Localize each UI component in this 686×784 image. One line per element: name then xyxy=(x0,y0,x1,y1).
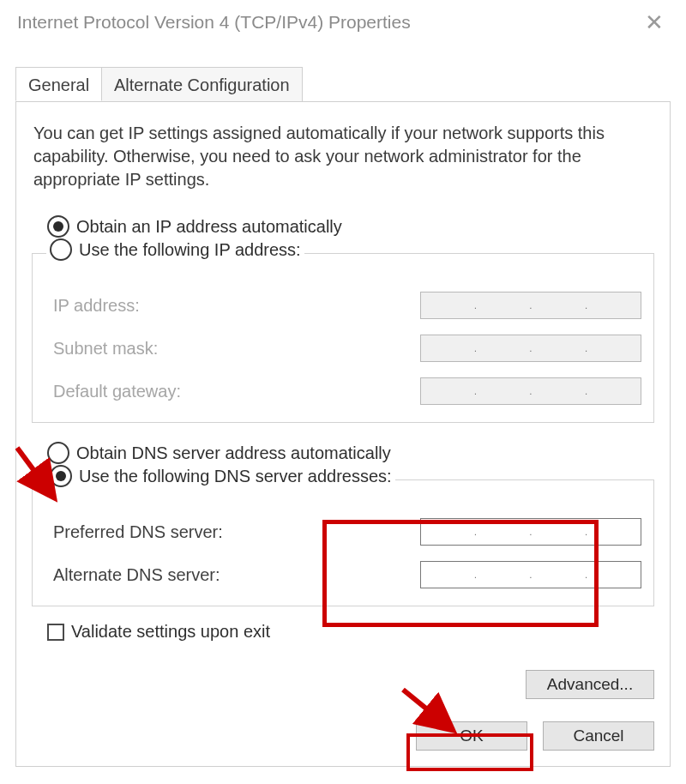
radio-obtain-dns-auto[interactable]: Obtain DNS server address automatically xyxy=(47,442,654,464)
tab-general[interactable]: General xyxy=(15,67,102,101)
field-label: Subnet mask: xyxy=(53,339,420,359)
radio-icon xyxy=(50,238,72,261)
ok-button[interactable]: OK xyxy=(416,721,527,751)
tab-strip: General Alternate Configuration xyxy=(15,67,671,102)
radio-label: Use the following DNS server addresses: xyxy=(79,467,392,486)
radio-use-following-ip[interactable]: Use the following IP address: xyxy=(46,238,304,261)
intro-text: You can get IP settings assigned automat… xyxy=(33,122,653,191)
field-label: Alternate DNS server: xyxy=(53,565,420,585)
field-default-gateway: Default gateway: ... xyxy=(53,377,641,405)
subnet-mask-input: ... xyxy=(420,335,641,362)
validate-settings-checkbox[interactable]: Validate settings upon exit xyxy=(47,622,654,642)
radio-label: Obtain an IP address automatically xyxy=(76,217,342,237)
radio-use-following-dns[interactable]: Use the following DNS server addresses: xyxy=(46,465,395,487)
radio-label: Use the following IP address: xyxy=(79,240,301,260)
dialog-buttons: OK Cancel xyxy=(416,721,654,751)
radio-icon xyxy=(47,215,69,238)
dns-manual-group: Use the following DNS server addresses: … xyxy=(32,479,654,606)
alternate-dns-input[interactable]: ... xyxy=(420,561,641,588)
radio-icon xyxy=(50,465,72,487)
field-label: Preferred DNS server: xyxy=(53,522,420,542)
field-ip-address: IP address: ... xyxy=(53,292,641,319)
tab-alternate-configuration[interactable]: Alternate Configuration xyxy=(101,67,303,101)
preferred-dns-input[interactable]: ... xyxy=(420,518,641,546)
checkbox-label: Validate settings upon exit xyxy=(71,622,270,642)
field-label: Default gateway: xyxy=(53,382,420,401)
advanced-button[interactable]: Advanced... xyxy=(526,670,654,699)
checkbox-icon xyxy=(47,624,64,641)
cancel-button[interactable]: Cancel xyxy=(543,721,654,751)
field-label: IP address: xyxy=(53,296,420,316)
field-alternate-dns: Alternate DNS server: ... xyxy=(53,561,641,588)
radio-icon xyxy=(47,442,69,464)
field-subnet-mask: Subnet mask: ... xyxy=(53,335,641,362)
ip-manual-group: Use the following IP address: IP address… xyxy=(32,253,654,423)
dialog-window: Internet Protocol Version 4 (TCP/IPv4) P… xyxy=(0,0,686,784)
default-gateway-input: ... xyxy=(420,377,641,405)
field-preferred-dns: Preferred DNS server: ... xyxy=(53,518,641,546)
close-icon[interactable]: ✕ xyxy=(640,9,669,35)
radio-label: Obtain DNS server address automatically xyxy=(76,443,391,463)
general-panel: You can get IP settings assigned automat… xyxy=(15,101,671,767)
radio-obtain-ip-auto[interactable]: Obtain an IP address automatically xyxy=(47,215,654,238)
ip-address-input: ... xyxy=(420,292,641,319)
window-title: Internet Protocol Version 4 (TCP/IPv4) P… xyxy=(17,12,411,33)
titlebar: Internet Protocol Version 4 (TCP/IPv4) P… xyxy=(17,7,669,38)
